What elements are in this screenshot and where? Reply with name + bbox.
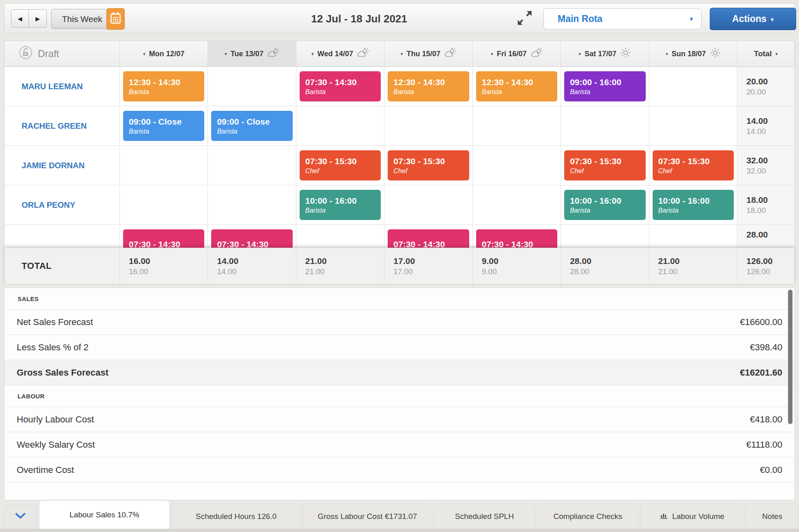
day-cell[interactable]: 07:30 - 15:30 Chef [384, 146, 472, 185]
day-cell[interactable]: 07:30 - 14:30 [120, 225, 208, 248]
week-total-sub: 126.00 [746, 267, 795, 276]
shift-chip[interactable]: 07:30 - 14:30 [476, 229, 557, 248]
day-cell[interactable]: 07:30 - 15:30 Chef [296, 146, 384, 185]
shift-chip[interactable]: 07:30 - 14:30 [388, 229, 469, 248]
staff-name-link[interactable] [4, 225, 120, 248]
day-cell[interactable] [649, 67, 737, 106]
chevron-down-icon: ▾ [143, 51, 146, 57]
staff-name-link[interactable]: RACHEL GREEN [4, 106, 120, 145]
day-cell[interactable]: 07:30 - 14:30 [473, 225, 561, 248]
day-cell[interactable]: 07:30 - 15:30 Chef [649, 146, 737, 185]
shift-role: Barista [570, 207, 640, 214]
shift-chip[interactable]: 07:30 - 15:30 Chef [300, 150, 381, 180]
shift-chip[interactable]: 07:30 - 14:30 [211, 229, 292, 248]
day-cell[interactable] [384, 106, 472, 145]
day-header-1[interactable]: ▾ Tue 13/07 [208, 41, 296, 66]
footer-tab-3[interactable]: Scheduled SPLH [433, 503, 536, 529]
day-cell[interactable] [649, 225, 737, 248]
day-header-3[interactable]: ▾ Thu 15/07 [384, 41, 472, 66]
forecast-summary-panel: SALES Net Sales Forecast €16600.00 Less … [4, 288, 795, 500]
shift-chip[interactable]: 07:30 - 14:30 [123, 229, 204, 248]
day-cell[interactable]: 07:30 - 14:30 [384, 225, 472, 248]
summary-row-value: €1118.00 [746, 440, 783, 450]
day-header-0[interactable]: ▾ Mon 12/07 [120, 41, 208, 66]
staff-total-value: 18.00 [746, 195, 795, 205]
shift-chip[interactable]: 10:00 - 16:00 Barista [653, 190, 734, 220]
footer-tab-4[interactable]: Compliance Checks [537, 503, 639, 529]
shift-chip[interactable]: 09:00 - Close Barista [211, 111, 292, 141]
day-cell[interactable] [120, 185, 208, 224]
day-cell[interactable]: 12:30 - 14:30 Barista [384, 67, 472, 106]
shift-chip[interactable]: 09:00 - 16:00 Barista [564, 71, 645, 101]
day-cell[interactable]: 09:00 - Close Barista [120, 106, 208, 145]
shift-chip[interactable]: 09:00 - Close Barista [123, 111, 204, 141]
shift-time: 10:00 - 16:00 [305, 196, 375, 206]
day-cell[interactable]: 09:00 - 16:00 Barista [561, 67, 649, 106]
staff-name-link[interactable]: JAMIE DORNAN [4, 146, 120, 185]
day-cell[interactable] [473, 185, 561, 224]
summary-row: Less Sales % of 2 €398.40 [4, 334, 795, 360]
actions-button[interactable]: Actions ▾ [710, 8, 796, 30]
day-cell[interactable] [208, 146, 296, 185]
day-cell[interactable]: 09:00 - Close Barista [208, 106, 296, 145]
day-header-2[interactable]: ▾ Wed 14/07 [296, 41, 384, 66]
day-cell[interactable]: 07:30 - 15:30 Chef [561, 146, 649, 185]
shift-chip[interactable]: 10:00 - 16:00 Barista [300, 190, 381, 220]
shift-chip[interactable]: 12:30 - 14:30 Barista [123, 71, 204, 101]
shift-chip[interactable]: 07:30 - 15:30 Chef [388, 150, 469, 180]
rota-selector-dropdown[interactable]: Main Rota ▾ [543, 8, 702, 29]
day-cell[interactable]: 10:00 - 16:00 Barista [649, 185, 737, 224]
day-cell[interactable] [120, 146, 208, 185]
day-header-4[interactable]: ▾ Fri 16/07 [473, 41, 561, 66]
day-header-label: Mon 12/07 [149, 50, 184, 58]
footer-tab-6[interactable]: Notes [746, 503, 799, 529]
footer-tab-5[interactable]: Labour Volume [640, 503, 744, 529]
footer-tab-2[interactable]: Gross Labour Cost €1731.07 [302, 503, 432, 529]
footer-tab-0[interactable]: Labour Sales 10.7% [39, 500, 170, 529]
day-cell[interactable]: 10:00 - 16:00 Barista [296, 185, 384, 224]
footer-tab-1[interactable]: Scheduled Hours 126.0 [171, 503, 301, 529]
day-cell[interactable] [561, 225, 649, 248]
shift-chip[interactable]: 12:30 - 14:30 Barista [476, 71, 557, 101]
day-cell[interactable]: 10:00 - 16:00 Barista [561, 185, 649, 224]
chevron-down-icon: ▾ [311, 51, 314, 57]
shift-time: 07:30 - 14:30 [129, 239, 199, 248]
day-cell[interactable] [296, 225, 384, 248]
previous-week-button[interactable]: ◀ [11, 9, 29, 28]
day-cell[interactable] [473, 106, 561, 145]
day-cell[interactable] [649, 106, 737, 145]
shift-chip[interactable]: 10:00 - 16:00 Barista [564, 190, 645, 220]
shift-chip[interactable]: 07:30 - 14:30 Barista [300, 71, 381, 101]
day-cell[interactable] [473, 146, 561, 185]
shift-chip[interactable]: 12:30 - 14:30 Barista [388, 71, 469, 101]
day-cell[interactable] [561, 106, 649, 145]
fullscreen-toggle-button[interactable] [515, 9, 534, 29]
day-header-6[interactable]: ▾ Sun 18/07 [649, 41, 737, 66]
calendar-picker-button[interactable] [106, 8, 125, 30]
next-week-button[interactable]: ▶ [29, 9, 47, 28]
day-cell[interactable]: 12:30 - 14:30 Barista [120, 67, 208, 106]
day-cell[interactable] [208, 185, 296, 224]
day-header-5[interactable]: ▾ Sat 17/07 [561, 41, 649, 66]
day-cell[interactable]: 12:30 - 14:30 Barista [473, 67, 561, 106]
total-column-header[interactable]: Total ▾ [737, 41, 795, 66]
staff-name-link[interactable]: MARU LEEMAN [4, 67, 120, 106]
scrollbar-thumb[interactable] [788, 290, 792, 424]
day-cell[interactable] [208, 67, 296, 106]
expand-arrows-icon [515, 9, 534, 29]
this-week-button[interactable]: This Week [51, 9, 113, 29]
sun-cloud-icon [357, 47, 369, 58]
shift-chip[interactable]: 07:30 - 15:30 Chef [653, 150, 734, 180]
day-cell[interactable]: 07:30 - 14:30 Barista [296, 67, 384, 106]
shift-time: 12:30 - 14:30 [129, 77, 199, 87]
staff-row: RACHEL GREEN 09:00 - Close Barista 09:00… [4, 106, 795, 146]
day-cell[interactable] [296, 106, 384, 145]
shift-chip[interactable]: 07:30 - 15:30 Chef [564, 150, 645, 180]
day-total-sub: 9.00 [482, 267, 561, 276]
day-cell[interactable]: 07:30 - 14:30 [208, 225, 296, 248]
collapse-panel-button[interactable] [4, 504, 37, 529]
shift-role: Barista [305, 88, 375, 96]
staff-name-link[interactable]: ORLA PEONY [4, 185, 120, 224]
chevron-down-icon: ▾ [225, 51, 227, 57]
day-cell[interactable] [384, 185, 472, 224]
